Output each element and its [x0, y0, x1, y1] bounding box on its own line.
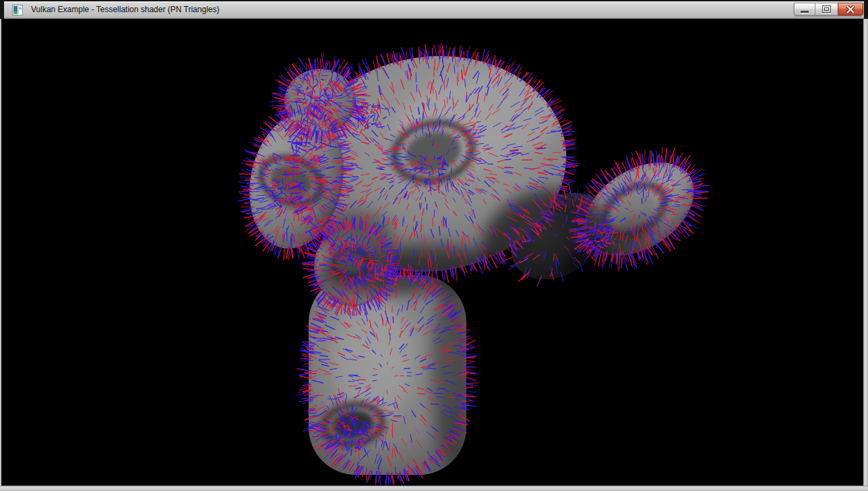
- minimize-button[interactable]: [794, 3, 815, 16]
- window-frame: [863, 19, 868, 486]
- window-controls: [795, 3, 863, 16]
- close-button[interactable]: [838, 3, 863, 16]
- window-frame: [0, 486, 868, 491]
- window-frame: [864, 1, 868, 19]
- render-viewport[interactable]: [5, 19, 863, 486]
- app-icon: [12, 5, 23, 16]
- minimize-icon: [801, 11, 809, 13]
- window-title: Vulkan Example - Tessellation shader (PN…: [31, 1, 219, 18]
- window-frame: [0, 19, 1, 486]
- title-bar[interactable]: Vulkan Example - Tessellation shader (PN…: [4, 1, 864, 19]
- app-window: Vulkan Example - Tessellation shader (PN…: [0, 0, 868, 491]
- close-icon: [846, 5, 855, 13]
- model-render: [5, 19, 863, 486]
- maximize-icon: [822, 5, 831, 13]
- maximize-button[interactable]: [815, 3, 838, 16]
